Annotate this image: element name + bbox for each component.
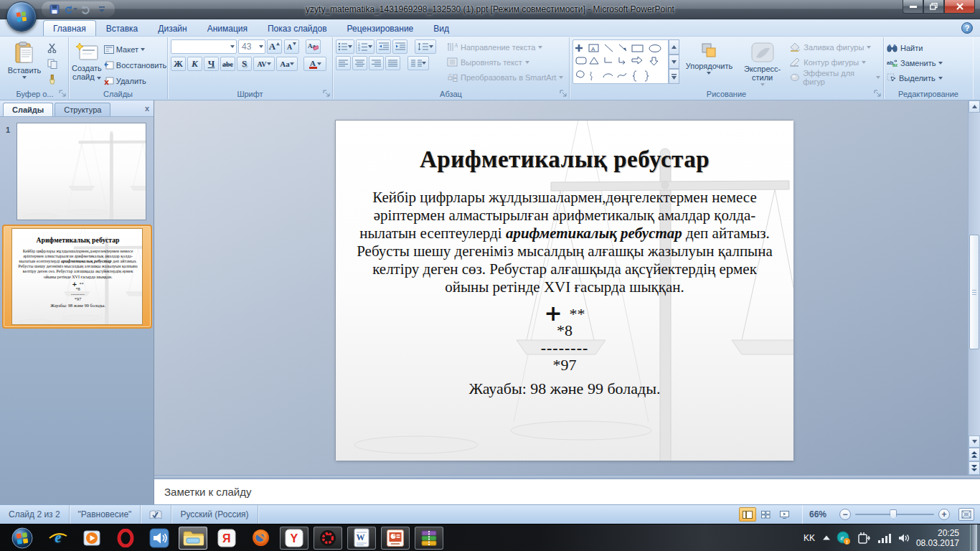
line-spacing-button[interactable] (415, 39, 436, 54)
help-icon[interactable]: ? (961, 22, 973, 34)
spellcheck-status[interactable] (141, 505, 171, 524)
power-plug-tray-icon[interactable] (857, 532, 872, 545)
media-player-icon[interactable] (77, 527, 106, 550)
zoom-in-button[interactable]: + (938, 509, 950, 520)
start-button[interactable] (6, 527, 39, 550)
network-signal-tray-icon[interactable] (878, 533, 892, 543)
clipboard-dialog-launcher[interactable] (59, 90, 67, 98)
shape-outline-button[interactable]: Контур фигуры (790, 55, 880, 69)
character-spacing-button[interactable]: AV (253, 57, 275, 71)
reset-slide-button[interactable]: Восстановить (102, 57, 169, 72)
winrar-icon[interactable] (415, 527, 443, 550)
close-button[interactable] (944, 0, 975, 14)
align-left-button[interactable] (336, 56, 351, 70)
columns-button[interactable] (407, 56, 429, 70)
font-dialog-launcher[interactable] (323, 90, 331, 98)
paste-button[interactable]: Вставить (4, 39, 44, 87)
volume-app-icon[interactable] (145, 527, 174, 550)
tab-review[interactable]: Рецензирование (337, 20, 424, 36)
underline-button[interactable]: Ч (204, 57, 219, 71)
rebus-example[interactable]: +** *8 -------- *97 (336, 305, 793, 374)
align-center-button[interactable] (352, 56, 367, 70)
slide-title[interactable]: Арифметикалық ребустар (336, 146, 793, 173)
paragraph-dialog-launcher[interactable] (560, 90, 567, 98)
tab-design[interactable]: Дизайн (148, 20, 197, 36)
numbering-button[interactable]: 123 (356, 39, 374, 54)
drawing-dialog-launcher[interactable] (874, 90, 882, 98)
internet-explorer-icon[interactable]: e (44, 527, 72, 550)
clear-formatting-button[interactable]: Aa (306, 39, 321, 54)
scroll-down-button[interactable] (969, 435, 980, 448)
undo-dropdown-icon[interactable] (73, 8, 77, 11)
font-size-combo[interactable]: 43 (238, 39, 265, 54)
cut-button[interactable] (44, 41, 60, 55)
office-button[interactable] (6, 1, 37, 32)
font-name-combo[interactable] (171, 39, 237, 54)
shapes-scrollbar[interactable] (669, 39, 679, 84)
text-shadow-button[interactable]: S (237, 57, 252, 71)
increase-indent-button[interactable] (392, 39, 407, 54)
slide-body-text[interactable]: Кейбір цифрлары жұлдызшалармен,дөңгелект… (336, 189, 793, 296)
arrange-button[interactable]: Упорядочить (684, 39, 735, 87)
file-explorer-icon[interactable] (179, 527, 207, 550)
vertical-scrollbar[interactable] (968, 100, 980, 475)
slide2-thumbnail-selected[interactable]: Арифметикалық ребустар Кейбір цифрлары ж… (2, 225, 152, 329)
grow-font-button[interactable]: А (267, 39, 282, 54)
change-case-button[interactable]: Aa (276, 57, 298, 71)
notes-pane[interactable]: Заметки к слайду (154, 479, 980, 504)
scroll-up-button[interactable] (969, 100, 980, 113)
rebus-answer[interactable]: Жауабы: 98 және 99 болады. (336, 380, 793, 398)
language-indicator[interactable]: Русский (Россия) (171, 505, 258, 524)
italic-button[interactable]: К (187, 57, 202, 71)
layout-button[interactable]: Макет (102, 42, 169, 57)
justify-button[interactable] (385, 56, 400, 70)
font-color-button[interactable]: А (303, 57, 326, 71)
tab-insert[interactable]: Вставка (96, 20, 149, 36)
previous-slide-button[interactable] (969, 448, 980, 461)
hidden-icons-arrow[interactable] (823, 535, 830, 540)
undo-button[interactable] (63, 3, 77, 17)
slide1-thumbnail[interactable] (17, 123, 146, 220)
shape-fill-button[interactable]: Заливка фигуры (790, 40, 880, 54)
zoom-slider-thumb[interactable] (890, 509, 897, 519)
new-slide-button[interactable]: Создатьслайд (72, 40, 102, 88)
firefox-icon[interactable] (246, 527, 275, 550)
clock[interactable]: 20:25 08.03.2017 (916, 528, 963, 548)
utility-gear-icon[interactable] (314, 527, 342, 550)
antivirus-tray-icon[interactable]: e! (837, 531, 851, 545)
powerpoint-icon[interactable] (381, 527, 410, 550)
convert-smartart-button[interactable]: Преобразовать в SmartArt (447, 70, 563, 84)
customize-qat-button[interactable] (95, 3, 109, 17)
next-slide-button[interactable] (969, 461, 980, 475)
copy-button[interactable] (44, 57, 60, 71)
minimize-button[interactable] (903, 0, 923, 14)
volume-tray-icon[interactable] (898, 533, 910, 543)
zoom-level[interactable]: 66% (802, 509, 834, 519)
redo-button-disabled[interactable] (79, 3, 93, 17)
shapes-gallery[interactable]: A (573, 39, 669, 84)
select-button[interactable]: Выделить (887, 71, 970, 85)
replace-button[interactable]: abac Заменить (887, 56, 970, 70)
bold-button[interactable]: Ж (171, 57, 186, 71)
bullets-button[interactable] (336, 39, 354, 54)
tab-animation[interactable]: Анимация (197, 20, 258, 36)
format-painter-button[interactable] (44, 72, 60, 87)
slide-sorter-view-button[interactable] (758, 507, 775, 522)
tab-outline[interactable]: Структура (55, 103, 110, 116)
tab-slideshow[interactable]: Показ слайдов (258, 20, 337, 36)
tab-home[interactable]: Главная (43, 20, 96, 36)
align-right-button[interactable] (369, 56, 384, 70)
align-text-button[interactable]: Выровнять текст (447, 55, 563, 69)
tab-slides-thumbnails[interactable]: Слайды (3, 103, 53, 116)
keyboard-language-indicator[interactable]: KK (802, 533, 816, 543)
quick-styles-button[interactable]: Экспресс-стили (739, 39, 786, 87)
yandex-browser-ya-icon[interactable]: Я (212, 527, 241, 550)
save-button[interactable] (47, 3, 62, 17)
opera-icon[interactable] (111, 527, 140, 550)
current-slide[interactable]: Арифметикалық ребустар Кейбір цифрлары ж… (335, 120, 793, 460)
panel-close-icon[interactable]: x (145, 104, 149, 113)
slideshow-view-button[interactable] (776, 507, 793, 522)
fit-to-window-button[interactable] (958, 508, 974, 521)
show-desktop-button[interactable] (970, 524, 977, 551)
decrease-indent-button[interactable] (376, 39, 391, 54)
